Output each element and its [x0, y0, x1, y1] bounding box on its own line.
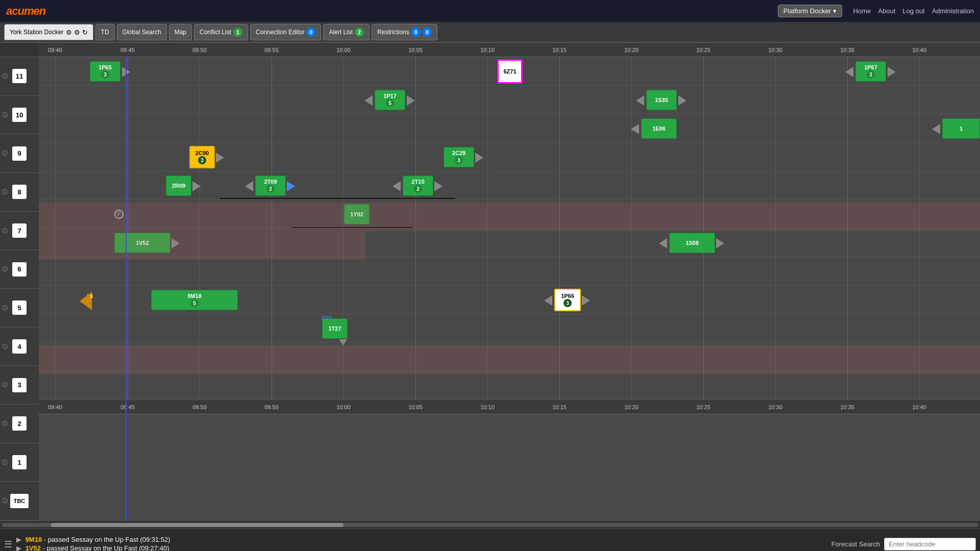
forecast-search-input[interactable]	[884, 538, 976, 550]
status-text-2: - passed Sessay on the Up Fast (09:27:40…	[43, 544, 169, 552]
info-icon-1[interactable]: ⓘ	[2, 459, 8, 466]
info-icon-10[interactable]: ⓘ	[2, 111, 8, 119]
train-id-1P66: 1P66	[561, 293, 574, 299]
train-1Y02[interactable]: 1Y02	[344, 204, 370, 224]
status-text-1: - passed Sessay on the Up Fast (09:31:52…	[44, 536, 170, 543]
tab-york-station[interactable]: York Station Docker ⚙ ⚙ ↻	[4, 24, 93, 40]
train-1P65[interactable]: 1P65 3	[90, 61, 120, 82]
train-id-1S35: 1S35	[655, 97, 668, 103]
tab-connection-editor[interactable]: Connection Editor 0	[250, 24, 321, 40]
train-1P67[interactable]: 1P67 3	[855, 61, 886, 82]
chart-scroll-area[interactable]: 09:40 09:45 09:50 09:55 10:00 10:05 10:1…	[39, 43, 980, 520]
tab-map[interactable]: Map	[169, 24, 192, 40]
row-label-header	[0, 43, 39, 57]
info-icon-11[interactable]: ⓘ	[2, 72, 8, 80]
tab-td[interactable]: TD	[95, 24, 115, 40]
train-1S08[interactable]: 1S08	[669, 233, 715, 253]
arrow-1P17-left	[364, 95, 373, 106]
btime-0945: 09:45	[120, 404, 135, 410]
row-num-9: 9	[12, 146, 27, 161]
tab-restrictions[interactable]: Restrictions 0 0	[372, 24, 437, 40]
nav-admin[interactable]: Administration	[932, 7, 974, 15]
row-num-tbc: TBC	[10, 494, 29, 508]
train-2C90[interactable]: 2C90 3	[189, 146, 215, 168]
train-id-1S08: 1S08	[685, 240, 699, 246]
tab-conflict-list[interactable]: Conflict List 1	[194, 24, 248, 40]
train-1V52[interactable]: 1V52	[114, 233, 170, 253]
train-1S35[interactable]: 1S35	[646, 90, 677, 110]
time-ruler-top: 09:40 09:45 09:50 09:55 10:00 10:05 10:1…	[39, 43, 980, 57]
vline-0940	[55, 57, 56, 400]
info-icon-5[interactable]: ⓘ	[2, 304, 8, 312]
list-icon[interactable]: ☰	[4, 539, 12, 550]
time-1035: 10:35	[840, 47, 854, 53]
time-0945: 09:45	[120, 47, 135, 53]
tabbar: York Station Docker ⚙ ⚙ ↻ TD Global Sear…	[0, 22, 980, 43]
tab-alert-label: Alert List	[329, 29, 353, 36]
info-icon-6[interactable]: ⓘ	[2, 265, 8, 273]
grid-row-4	[39, 257, 980, 286]
row-label-tbc: ⓘTBC	[0, 482, 39, 520]
train-1P66[interactable]: 1P66 3	[554, 289, 581, 311]
time-1040: 10:40	[912, 47, 926, 53]
arrow-2T10-left	[393, 181, 401, 191]
info-icon-tbc[interactable]: ⓘ	[2, 497, 8, 505]
btime-1000: 10:00	[336, 404, 351, 410]
nav-home[interactable]: Home	[853, 7, 871, 15]
info-icon-2[interactable]: ⓘ	[2, 420, 8, 428]
nav-about[interactable]: About	[878, 7, 895, 15]
scroll-track[interactable]	[2, 523, 978, 527]
nav-logout[interactable]: Log out	[902, 7, 924, 15]
tab-alert-list[interactable]: Alert List 2	[323, 24, 370, 40]
vline-1035	[847, 57, 848, 400]
arrow-1P17-right	[407, 95, 415, 106]
train-row9-right[interactable]: 1	[942, 118, 980, 139]
btime-1005: 10:05	[408, 404, 423, 410]
chart-inner: 09:40 09:45 09:50 09:55 10:00 10:05 10:1…	[39, 43, 980, 520]
train-badge-1P67: 3	[867, 70, 875, 79]
horizontal-scrollbar[interactable]	[0, 520, 980, 529]
train-triangle-badge: 1	[90, 294, 92, 299]
train-6Z71[interactable]: 6Z71	[497, 59, 523, 84]
vline-1025	[703, 57, 704, 400]
train-id-1Y02: 1Y02	[350, 211, 363, 217]
train-id-6Z71: 6Z71	[503, 68, 516, 74]
train-2T10[interactable]: 2T10 2	[403, 176, 433, 196]
app-logo: acumen	[6, 5, 45, 18]
row-label-9: ⓘ9	[0, 134, 39, 173]
info-icon-3[interactable]: ⓘ	[2, 381, 8, 389]
gear-icon-2: ⚙	[74, 29, 80, 36]
arrow-1S08-left	[659, 238, 667, 248]
row-num-3: 3	[12, 378, 27, 392]
train-id-2T09: 2T09	[264, 179, 277, 185]
status-msg-2: ▶ 1V52 - passed Sessay on the Up Fast (0…	[16, 544, 831, 552]
tab-global-search[interactable]: Global Search	[117, 24, 167, 40]
arrow-1T27-down	[339, 339, 347, 345]
scroll-thumb[interactable]	[51, 523, 344, 527]
train-1T27[interactable]: 1T27	[322, 318, 348, 339]
vline-0945	[128, 57, 128, 400]
vline-1020	[631, 57, 632, 400]
train-2T09[interactable]: 2T09 2	[255, 176, 286, 196]
train-9M18[interactable]: 9M18 5	[151, 290, 238, 310]
info-icon-8[interactable]: ⓘ	[2, 188, 8, 196]
info-icon-7[interactable]: ⓘ	[2, 227, 8, 235]
arrow-2R09-right	[192, 181, 201, 191]
btime-1035: 10:35	[840, 404, 854, 410]
row-num-4: 4	[12, 339, 27, 354]
train-2C29[interactable]: 2C29 3	[444, 147, 474, 167]
platform-button[interactable]: Platform Docker	[778, 5, 842, 17]
restrictions-badge1: 0	[411, 28, 421, 37]
train-id-2C29: 2C29	[452, 150, 465, 156]
train-1P17[interactable]: 1P17 5	[375, 90, 405, 110]
vline-0955	[272, 57, 272, 400]
info-icon-9[interactable]: ⓘ	[2, 149, 8, 157]
train-id-1T27: 1T27	[328, 325, 341, 332]
time-1010: 10:10	[480, 47, 495, 53]
row-labels: ⓘ11 ⓘ10 ⓘ9 ⓘ8 ⓘ7 ⓘ6 ⓘ5 ⓘ4 ⓘ3 ⓘ2 ⓘ1 ⓘTBC	[0, 43, 39, 520]
train-1E06[interactable]: 1E06	[641, 118, 677, 139]
tab-restrictions-label: Restrictions	[377, 29, 409, 36]
train-2R09[interactable]: 2R09	[166, 176, 191, 196]
arrow-2R09-left	[245, 181, 253, 191]
info-icon-4[interactable]: ⓘ	[2, 343, 8, 350]
